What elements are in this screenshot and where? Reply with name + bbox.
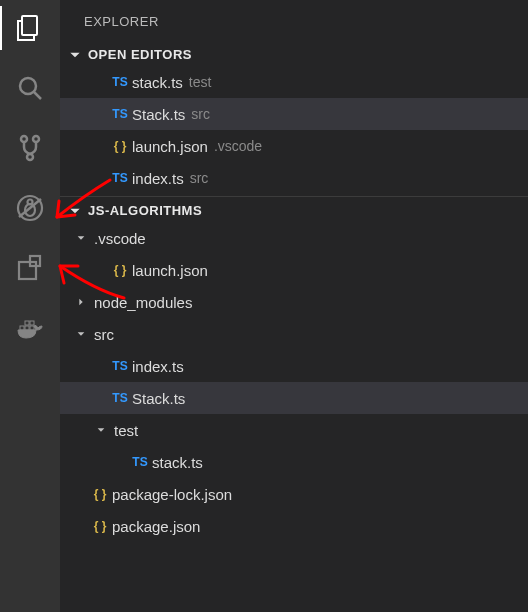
activity-explorer[interactable] <box>14 12 46 44</box>
json-icon: { } <box>88 487 112 501</box>
typescript-icon: TS <box>108 75 132 89</box>
svg-point-8 <box>28 200 33 205</box>
json-icon: { } <box>88 519 112 533</box>
section-divider <box>60 196 528 197</box>
activity-source-control[interactable] <box>14 132 46 164</box>
file-path: test <box>189 74 212 90</box>
folder-item[interactable]: .vscode <box>60 222 528 254</box>
workspace-label: JS-ALGORITHMS <box>88 203 202 218</box>
activity-bar <box>0 0 60 612</box>
svg-rect-13 <box>25 326 29 330</box>
typescript-icon: TS <box>128 455 152 469</box>
explorer-sidebar: EXPLORER OPEN EDITORS TSstack.tstestTSSt… <box>60 0 528 612</box>
file-path: .vscode <box>214 138 262 154</box>
file-name: Stack.ts <box>132 106 185 123</box>
chevron-down-icon <box>74 327 88 341</box>
file-item[interactable]: TSStack.ts <box>60 382 528 414</box>
file-path: src <box>191 106 210 122</box>
chevron-down-icon <box>68 204 82 218</box>
folder-name: test <box>114 422 138 439</box>
file-item[interactable]: { }package.json <box>60 510 528 542</box>
activity-debug[interactable] <box>14 192 46 224</box>
file-name: stack.ts <box>132 74 183 91</box>
svg-line-2 <box>34 92 41 99</box>
file-item[interactable]: TSstack.ts <box>60 446 528 478</box>
sidebar-title: EXPLORER <box>60 0 528 43</box>
file-name: launch.json <box>132 138 208 155</box>
activity-docker[interactable] <box>14 312 46 344</box>
folder-item[interactable]: src <box>60 318 528 350</box>
file-name: index.ts <box>132 358 184 375</box>
open-editor-item[interactable]: { }launch.json.vscode <box>60 130 528 162</box>
file-item[interactable]: TSindex.ts <box>60 350 528 382</box>
svg-point-3 <box>21 136 27 142</box>
workspace-header[interactable]: JS-ALGORITHMS <box>60 199 528 222</box>
svg-point-4 <box>33 136 39 142</box>
typescript-icon: TS <box>108 107 132 121</box>
folder-name: .vscode <box>94 230 146 247</box>
file-item[interactable]: { }package-lock.json <box>60 478 528 510</box>
file-name: index.ts <box>132 170 184 187</box>
activity-search[interactable] <box>14 72 46 104</box>
svg-rect-15 <box>25 321 29 325</box>
open-editors-label: OPEN EDITORS <box>88 47 192 62</box>
svg-rect-10 <box>19 262 36 279</box>
file-item[interactable]: { }launch.json <box>60 254 528 286</box>
chevron-right-icon <box>74 295 88 309</box>
chevron-down-icon <box>94 423 108 437</box>
typescript-icon: TS <box>108 171 132 185</box>
svg-rect-0 <box>22 16 37 35</box>
svg-rect-12 <box>20 326 24 330</box>
workspace-tree: .vscode{ }launch.jsonnode_modulessrcTSin… <box>60 222 528 542</box>
chevron-down-icon <box>68 48 82 62</box>
file-name: package-lock.json <box>112 486 232 503</box>
open-editor-item[interactable]: TSstack.tstest <box>60 66 528 98</box>
svg-point-5 <box>27 154 33 160</box>
folder-name: node_modules <box>94 294 192 311</box>
typescript-icon: TS <box>108 359 132 373</box>
file-name: package.json <box>112 518 200 535</box>
typescript-icon: TS <box>108 391 132 405</box>
json-icon: { } <box>108 139 132 153</box>
svg-point-1 <box>20 78 36 94</box>
file-name: launch.json <box>132 262 208 279</box>
open-editor-item[interactable]: TSindex.tssrc <box>60 162 528 194</box>
svg-rect-14 <box>30 326 34 330</box>
file-name: stack.ts <box>152 454 203 471</box>
file-name: Stack.ts <box>132 390 185 407</box>
open-editors-header[interactable]: OPEN EDITORS <box>60 43 528 66</box>
json-icon: { } <box>108 263 132 277</box>
folder-item[interactable]: node_modules <box>60 286 528 318</box>
folder-item[interactable]: test <box>60 414 528 446</box>
activity-extensions[interactable] <box>14 252 46 284</box>
open-editors-list: TSstack.tstestTSStack.tssrc{ }launch.jso… <box>60 66 528 194</box>
svg-line-9 <box>19 199 41 217</box>
svg-rect-16 <box>30 321 34 325</box>
folder-name: src <box>94 326 114 343</box>
file-path: src <box>190 170 209 186</box>
chevron-down-icon <box>74 231 88 245</box>
open-editor-item[interactable]: TSStack.tssrc <box>60 98 528 130</box>
